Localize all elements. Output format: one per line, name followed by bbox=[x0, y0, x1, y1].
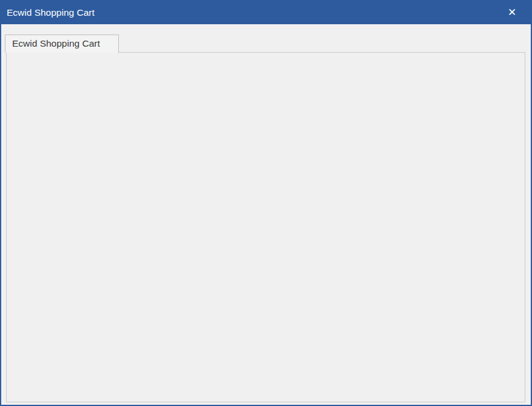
tab-ecwid-shopping-cart[interactable]: Ecwid Shopping Cart bbox=[5, 35, 119, 53]
close-icon[interactable]: ✕ bbox=[502, 0, 522, 24]
tab-label: Ecwid Shopping Cart bbox=[5, 35, 118, 52]
titlebar[interactable]: Ecwid Shopping Cart ✕ bbox=[0, 0, 532, 24]
tab-panel bbox=[6, 52, 525, 402]
window-title: Ecwid Shopping Cart bbox=[7, 0, 95, 25]
dialog-window: Ecwid Shopping Cart ✕ Ecwid Shopping Car… bbox=[0, 0, 532, 406]
